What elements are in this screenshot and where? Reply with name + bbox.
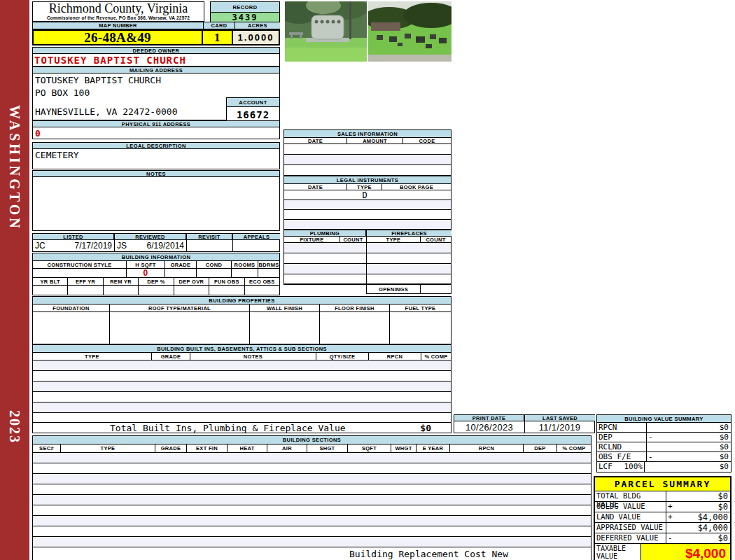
- building-sections-rows: [32, 453, 592, 547]
- county-header: Richmond County, Virginia Commissioner o…: [32, 1, 204, 22]
- record-table: RECORD 3439: [210, 1, 280, 21]
- sales-table: SALES INFORMATION DATE AMOUNT CODE: [284, 130, 451, 176]
- revisit-value: [187, 240, 233, 251]
- built-ins-title: BUILDING BUILT INS, BASEMENTS, ATTICS & …: [32, 344, 451, 353]
- col-rooms: ROOMS: [232, 261, 258, 268]
- bvs-row-obs: OBS F/E - $0: [597, 452, 731, 462]
- deeded-owner-value: TOTUSKEY BAPTIST CHURCH: [32, 54, 280, 66]
- building-properties-table: BUILDING PROPERTIES FOUNDATION ROOF TYPE…: [32, 296, 451, 344]
- col-amount: AMOUNT: [347, 138, 403, 144]
- building-value-summary: BUILDING VALUE SUMMARY RPCN $0 DEP - $0 …: [596, 414, 732, 472]
- col-e-year: E YEAR: [416, 444, 450, 452]
- openings-label: OPENINGS: [367, 285, 421, 293]
- acres-label: ACRES: [234, 22, 280, 29]
- map-header-row: MAP NUMBER CARD ACRES: [32, 22, 280, 29]
- legal-description-label: LEGAL DESCRIPTION: [32, 142, 280, 149]
- listed-label: LISTED: [32, 233, 114, 240]
- parcel-summary-title: PARCEL SUMMARY: [595, 477, 730, 491]
- col-grade: GRADE: [152, 353, 190, 360]
- col-cond: COND: [197, 261, 232, 268]
- bvs-title: BUILDING VALUE SUMMARY: [596, 414, 732, 423]
- replacement-cost-note: Building Replacement Cost New: [349, 549, 508, 559]
- appeals-value: [233, 240, 279, 251]
- appeals-label: APPEALS: [232, 233, 280, 240]
- col-notes: NOTES: [190, 353, 316, 360]
- built-ins-total-label: Total Built Ins, Plumbing & Fireplace Va…: [110, 423, 346, 433]
- building-sections-table: BUILDING SECTIONS SEC# TYPE GRADE EXT FI…: [32, 435, 592, 560]
- col-dep: DEP: [524, 444, 557, 452]
- col-fixture: FIXTURE: [284, 237, 340, 242]
- account-table: ACCOUNT 16672: [226, 97, 280, 120]
- ps-row-obldg: OBLDG VALUE + $0: [595, 502, 730, 512]
- col-air: AIR: [267, 444, 307, 452]
- col-rem-yr: REM YR: [104, 278, 139, 285]
- col-fun-obs: FUN OBS: [209, 278, 244, 285]
- col-bdrms: BDRMS: [258, 261, 279, 268]
- built-ins-total-row: Total Built Ins, Plumbing & Fireplace Va…: [32, 422, 451, 433]
- reviewed-label: REVIEWED: [114, 233, 186, 240]
- col-yr-blt: YR BLT: [33, 278, 68, 285]
- col-construction-style: CONSTRUCTION STYLE: [33, 261, 127, 268]
- review-table: LISTED REVIEWED REVISIT APPEALS JC 7/17/…: [32, 233, 280, 252]
- openings-value: [421, 285, 451, 293]
- col-type: TYPE: [33, 353, 152, 360]
- mailing-line1: TOTUSKEY BAPTIST CHURCH: [35, 75, 161, 85]
- bvs-row-rpcn: RPCN $0: [597, 423, 731, 433]
- bvs-row-lcf: LCF 100% $0: [597, 462, 731, 472]
- photo-monument: [285, 1, 367, 62]
- col-rpcn: RPCN: [450, 444, 524, 452]
- col-h-sqft: H SQFT: [127, 261, 165, 268]
- plumbing-title: PLUMBING: [284, 230, 366, 237]
- openings-row: OPENINGS: [366, 285, 451, 294]
- reviewed-date: 6/19/2014: [147, 241, 184, 251]
- record-label: RECORD: [210, 1, 280, 13]
- col-dep-pct: DEP %: [139, 278, 174, 285]
- photo-panel: [284, 0, 451, 126]
- col-fp-type: TYPE: [367, 237, 421, 242]
- ps-row-total-bldg: TOTAL BLDG VALUE $0: [595, 491, 730, 502]
- legal-description-value: CEMETERY: [32, 149, 280, 169]
- map-number-label: MAP NUMBER: [32, 22, 203, 29]
- parcel-summary-table: PARCEL SUMMARY TOTAL BLDG VALUE $0 OBLDG…: [594, 476, 732, 560]
- acres-value: 1.0000: [233, 31, 279, 44]
- physical-address-label: PHYSICAL 911 ADDRESS: [32, 120, 280, 127]
- account-label: ACCOUNT: [226, 97, 280, 107]
- listed-by: JC: [35, 241, 46, 251]
- col-heat: HEAT: [227, 444, 267, 452]
- col-floor-finish: FLOOR FINISH: [320, 304, 390, 312]
- physical-address-value: 0: [32, 127, 280, 139]
- mailing-address-box: TOTUSKEY BAPTIST CHURCH PO BOX 100 HAYNE…: [32, 74, 280, 120]
- col-sec: SEC#: [33, 444, 61, 452]
- col-wall-finish: WALL FINISH: [250, 304, 320, 312]
- col-dep-ovr: DEP OVR: [174, 278, 209, 285]
- notes-box: [32, 177, 280, 231]
- col-foundation: FOUNDATION: [33, 304, 110, 312]
- instrument-type-value: D: [347, 190, 382, 200]
- property-record-card: { "colors":{"sidebar_red":"#a32c2c","hea…: [0, 0, 735, 560]
- col-date: DATE: [284, 138, 347, 144]
- taxable-value: $4,000: [641, 544, 730, 560]
- county-office: Commissioner of the Revenue, PO Box 366,…: [33, 15, 204, 20]
- print-date-label: PRINT DATE: [454, 414, 524, 421]
- built-ins-table: BUILDING BUILT INS, BASEMENTS, ATTICS & …: [32, 344, 451, 424]
- map-value-row: 26-48A&49 1 1.0000: [32, 29, 280, 46]
- col-type: TYPE: [61, 444, 155, 452]
- mailing-line2: PO BOX 100: [35, 88, 90, 98]
- sales-title: SALES INFORMATION: [284, 130, 451, 138]
- col-book-page: BOOK PAGE: [382, 184, 451, 190]
- col-grade: GRADE: [155, 444, 187, 452]
- photo-cemetery: [368, 1, 451, 62]
- building-sections-footer: Building Replacement Cost New: [32, 547, 592, 560]
- mailing-line3: HAYNESVILLE, VA 22472-0000: [35, 106, 178, 117]
- county-title: Richmond County, Virginia: [33, 2, 204, 15]
- fireplaces-title: FIREPLACES: [366, 230, 451, 237]
- ps-row-taxable: TAXABLE VALUE $4,000: [595, 544, 730, 560]
- col-rpcn: RPCN: [369, 353, 421, 360]
- last-saved-label: LAST SAVED: [524, 414, 595, 421]
- tax-year: 2023: [6, 410, 22, 444]
- col-date: DATE: [284, 184, 347, 190]
- bvs-row-dep: DEP - $0: [597, 433, 731, 442]
- district-sidebar: WASHINGTON 2023: [0, 0, 29, 560]
- built-ins-total-value: $0: [420, 423, 431, 433]
- col-roof-type: ROOF TYPE/MATERIAL: [110, 304, 250, 312]
